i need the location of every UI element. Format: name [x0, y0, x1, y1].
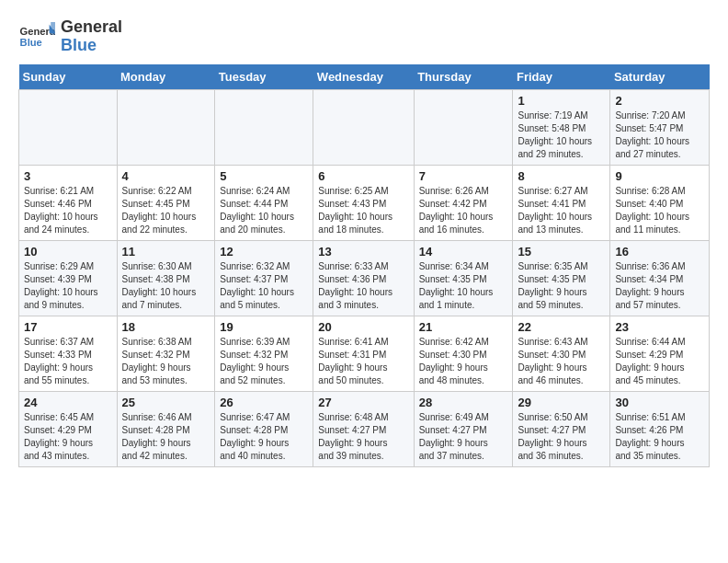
week-row-4: 17Sunrise: 6:37 AM Sunset: 4:33 PM Dayli… — [19, 316, 710, 392]
day-info: Sunrise: 6:30 AM Sunset: 4:38 PM Dayligh… — [122, 260, 210, 312]
calendar-cell: 8Sunrise: 6:27 AM Sunset: 4:41 PM Daylig… — [513, 166, 610, 241]
day-info: Sunrise: 6:25 AM Sunset: 4:43 PM Dayligh… — [318, 185, 408, 236]
calendar-cell: 6Sunrise: 6:25 AM Sunset: 4:43 PM Daylig… — [313, 166, 414, 241]
calendar-cell: 25Sunrise: 6:46 AM Sunset: 4:28 PM Dayli… — [117, 392, 215, 467]
header: General Blue General Blue — [18, 18, 710, 55]
day-info: Sunrise: 6:34 AM Sunset: 4:35 PM Dayligh… — [419, 260, 508, 312]
calendar-cell: 4Sunrise: 6:22 AM Sunset: 4:45 PM Daylig… — [117, 166, 215, 241]
calendar-cell: 20Sunrise: 6:41 AM Sunset: 4:31 PM Dayli… — [313, 316, 414, 392]
day-number: 28 — [419, 396, 508, 409]
logo: General Blue General Blue — [18, 18, 122, 55]
day-number: 10 — [24, 245, 112, 259]
calendar-cell: 30Sunrise: 6:51 AM Sunset: 4:26 PM Dayli… — [610, 392, 710, 467]
calendar-cell: 9Sunrise: 6:28 AM Sunset: 4:40 PM Daylig… — [610, 166, 710, 241]
calendar-cell: 2Sunrise: 7:20 AM Sunset: 5:47 PM Daylig… — [610, 90, 710, 166]
day-number: 15 — [518, 245, 605, 259]
calendar-cell — [19, 90, 118, 166]
day-number: 1 — [518, 94, 605, 108]
day-number: 3 — [24, 169, 112, 183]
calendar-cell: 19Sunrise: 6:39 AM Sunset: 4:32 PM Dayli… — [215, 316, 313, 392]
day-number: 5 — [220, 169, 308, 183]
day-number: 18 — [122, 320, 210, 334]
day-number: 4 — [122, 169, 210, 183]
day-header-friday: Friday — [513, 64, 610, 90]
svg-text:Blue: Blue — [20, 37, 42, 48]
day-number: 19 — [220, 320, 308, 334]
day-number: 12 — [220, 245, 308, 259]
calendar-cell: 29Sunrise: 6:50 AM Sunset: 4:27 PM Dayli… — [513, 392, 610, 467]
day-info: Sunrise: 6:22 AM Sunset: 4:45 PM Dayligh… — [122, 185, 210, 236]
day-info: Sunrise: 7:19 AM Sunset: 5:48 PM Dayligh… — [518, 109, 605, 161]
day-info: Sunrise: 6:43 AM Sunset: 4:30 PM Dayligh… — [518, 336, 605, 387]
day-number: 20 — [318, 320, 408, 334]
day-info: Sunrise: 6:35 AM Sunset: 4:35 PM Dayligh… — [518, 260, 605, 312]
day-info: Sunrise: 6:39 AM Sunset: 4:32 PM Dayligh… — [220, 336, 308, 387]
week-row-2: 3Sunrise: 6:21 AM Sunset: 4:46 PM Daylig… — [19, 166, 710, 241]
day-number: 8 — [518, 169, 605, 183]
page-container: General Blue General Blue SundayMondayTu… — [18, 18, 710, 467]
week-row-1: 1Sunrise: 7:19 AM Sunset: 5:48 PM Daylig… — [19, 90, 710, 166]
week-row-3: 10Sunrise: 6:29 AM Sunset: 4:39 PM Dayli… — [19, 241, 710, 316]
day-info: Sunrise: 6:21 AM Sunset: 4:46 PM Dayligh… — [24, 185, 112, 236]
day-info: Sunrise: 6:24 AM Sunset: 4:44 PM Dayligh… — [220, 185, 308, 236]
calendar-cell: 5Sunrise: 6:24 AM Sunset: 4:44 PM Daylig… — [215, 166, 313, 241]
day-info: Sunrise: 6:44 AM Sunset: 4:29 PM Dayligh… — [615, 336, 704, 387]
day-header-thursday: Thursday — [414, 64, 513, 90]
svg-marker-3 — [51, 22, 55, 35]
calendar-table: SundayMondayTuesdayWednesdayThursdayFrid… — [18, 64, 710, 467]
calendar-cell: 17Sunrise: 6:37 AM Sunset: 4:33 PM Dayli… — [19, 316, 118, 392]
calendar-cell — [313, 90, 414, 166]
calendar-cell: 21Sunrise: 6:42 AM Sunset: 4:30 PM Dayli… — [414, 316, 513, 392]
logo-text-blue: Blue — [61, 37, 122, 55]
calendar-cell: 22Sunrise: 6:43 AM Sunset: 4:30 PM Dayli… — [513, 316, 610, 392]
calendar-cell — [117, 90, 215, 166]
day-number: 6 — [318, 169, 408, 183]
day-number: 30 — [615, 396, 704, 409]
day-number: 26 — [220, 396, 308, 409]
day-info: Sunrise: 6:26 AM Sunset: 4:42 PM Dayligh… — [419, 185, 508, 236]
calendar-cell: 12Sunrise: 6:32 AM Sunset: 4:37 PM Dayli… — [215, 241, 313, 316]
day-number: 29 — [518, 396, 605, 409]
day-header-tuesday: Tuesday — [215, 64, 313, 90]
day-number: 9 — [615, 169, 704, 183]
day-number: 23 — [615, 320, 704, 334]
day-number: 16 — [615, 245, 704, 259]
day-number: 24 — [24, 396, 112, 409]
day-info: Sunrise: 6:37 AM Sunset: 4:33 PM Dayligh… — [24, 336, 112, 387]
calendar-cell: 18Sunrise: 6:38 AM Sunset: 4:32 PM Dayli… — [117, 316, 215, 392]
calendar-cell: 13Sunrise: 6:33 AM Sunset: 4:36 PM Dayli… — [313, 241, 414, 316]
calendar-cell — [414, 90, 513, 166]
day-header-sunday: Sunday — [19, 64, 118, 90]
day-number: 21 — [419, 320, 508, 334]
day-info: Sunrise: 6:32 AM Sunset: 4:37 PM Dayligh… — [220, 260, 308, 312]
calendar-cell: 24Sunrise: 6:45 AM Sunset: 4:29 PM Dayli… — [19, 392, 118, 467]
day-number: 17 — [24, 320, 112, 334]
day-info: Sunrise: 6:27 AM Sunset: 4:41 PM Dayligh… — [518, 185, 605, 236]
day-info: Sunrise: 6:36 AM Sunset: 4:34 PM Dayligh… — [615, 260, 704, 312]
day-number: 13 — [318, 245, 408, 259]
calendar-cell: 7Sunrise: 6:26 AM Sunset: 4:42 PM Daylig… — [414, 166, 513, 241]
day-info: Sunrise: 6:48 AM Sunset: 4:27 PM Dayligh… — [318, 411, 408, 463]
day-number: 7 — [419, 169, 508, 183]
calendar-cell: 3Sunrise: 6:21 AM Sunset: 4:46 PM Daylig… — [19, 166, 118, 241]
logo-text-general: General — [61, 18, 122, 37]
calendar-cell: 28Sunrise: 6:49 AM Sunset: 4:27 PM Dayli… — [414, 392, 513, 467]
day-info: Sunrise: 6:46 AM Sunset: 4:28 PM Dayligh… — [122, 411, 210, 463]
calendar-cell: 26Sunrise: 6:47 AM Sunset: 4:28 PM Dayli… — [215, 392, 313, 467]
day-info: Sunrise: 7:20 AM Sunset: 5:47 PM Dayligh… — [615, 109, 704, 161]
day-info: Sunrise: 6:42 AM Sunset: 4:30 PM Dayligh… — [419, 336, 508, 387]
calendar-cell: 10Sunrise: 6:29 AM Sunset: 4:39 PM Dayli… — [19, 241, 118, 316]
day-number: 22 — [518, 320, 605, 334]
calendar-cell: 27Sunrise: 6:48 AM Sunset: 4:27 PM Dayli… — [313, 392, 414, 467]
calendar-cell: 16Sunrise: 6:36 AM Sunset: 4:34 PM Dayli… — [610, 241, 710, 316]
calendar-cell: 15Sunrise: 6:35 AM Sunset: 4:35 PM Dayli… — [513, 241, 610, 316]
day-info: Sunrise: 6:28 AM Sunset: 4:40 PM Dayligh… — [615, 185, 704, 236]
day-header-monday: Monday — [117, 64, 215, 90]
day-header-saturday: Saturday — [610, 64, 710, 90]
calendar-cell: 1Sunrise: 7:19 AM Sunset: 5:48 PM Daylig… — [513, 90, 610, 166]
days-header-row: SundayMondayTuesdayWednesdayThursdayFrid… — [19, 64, 710, 90]
day-info: Sunrise: 6:47 AM Sunset: 4:28 PM Dayligh… — [220, 411, 308, 463]
day-info: Sunrise: 6:29 AM Sunset: 4:39 PM Dayligh… — [24, 260, 112, 312]
day-number: 27 — [318, 396, 408, 409]
day-header-wednesday: Wednesday — [313, 64, 414, 90]
